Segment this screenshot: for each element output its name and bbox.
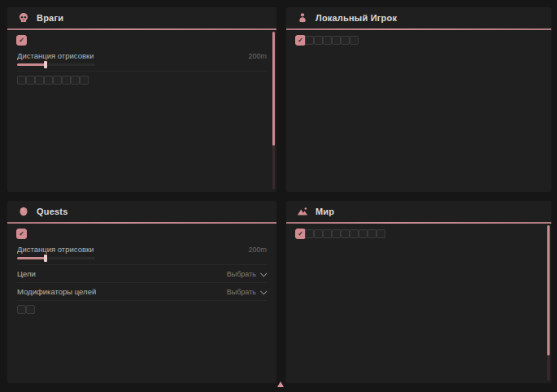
skull-icon [18,12,29,24]
setting-row-checkbox: Включить✓ [296,229,305,238]
setting-row-checkbox: Смена атмосферы солнца [314,229,323,238]
setting-row-checkbox: Показать зоны снайперов [368,229,376,238]
checkbox-unchecked[interactable] [17,305,26,314]
checkbox-unchecked[interactable] [314,36,323,45]
checkbox-unchecked[interactable] [368,229,376,238]
setting-row-checkbox: Включить✓ [296,36,305,45]
setting-row-checkbox: Звук попадания [350,36,359,45]
checkbox-unchecked[interactable] [350,229,359,238]
draw-distance-slider[interactable] [17,63,95,66]
panel-body: Включить✓ЧамсПоказывать маркер попадания… [286,30,551,46]
slider-thumb[interactable] [44,255,47,262]
checkbox-unchecked[interactable] [26,305,35,314]
panel-title: Враги [37,13,63,23]
checkbox-unchecked[interactable] [71,76,80,85]
setting-row-checkbox: Чамс [305,36,314,45]
dropdown-value: Выбрать [227,270,256,278]
checkbox-unchecked[interactable] [62,76,71,85]
draw-distance-slider[interactable] [17,257,95,259]
setting-row-checkbox: Чамс [35,76,44,85]
panel-quests: Quests Включить✓Дистанция отрисовки200mЦ… [7,200,277,384]
checkbox-unchecked[interactable] [332,36,341,45]
panel-enemies: Враги Включить✓Дистанция отрисовки200mСт… [7,7,277,193]
setting-row-checkbox: Показать зоны заданий [17,305,26,314]
dropdown-select[interactable]: Выбрать [227,288,267,296]
setting-row-checkbox: Контроллер погоды [332,229,341,238]
panel-body: Включить✓Дистанция отрисовки200mСтрелки … [7,30,276,86]
checkbox-unchecked[interactable] [350,36,359,45]
setting-row-checkbox: Линия обзора [71,76,80,85]
setting-row-checkbox: Показывать следы пуль [323,36,332,45]
checkbox-unchecked[interactable] [323,229,332,238]
setting-label: Модификаторы целей [17,287,96,296]
setting-row-checkbox: Стрелки за пределами поля зрения [17,76,26,85]
scrollbar-thumb[interactable] [547,225,550,355]
setting-row-checkbox: Источник света [305,229,314,238]
player-icon [297,12,308,24]
setting-label: Дистанция отрисовки [17,245,94,254]
setting-row-dropdown: ЦелиВыбрать [17,265,267,283]
setting-label: Дистанция отрисовки [17,51,94,60]
setting-row-slider: Дистанция отрисовки200m [17,46,267,72]
setting-row-checkbox: Скелет [62,76,71,85]
slider-thumb[interactable] [44,61,47,68]
checkbox-unchecked[interactable] [26,76,35,85]
checkbox-unchecked[interactable] [44,76,53,85]
checkbox-unchecked[interactable] [376,229,385,238]
cursor-pointer-icon [277,381,284,387]
setting-row-checkbox: Включить✓ [17,36,26,45]
quest-icon [18,206,29,217]
checkbox-unchecked[interactable] [341,229,350,238]
panel-title: Мир [315,207,334,216]
panel-header: Локальный Игрок [286,7,551,28]
setting-row-checkbox: Изменение вспышки [323,229,332,238]
setting-row-checkbox: Показывать маркер попадания [314,36,323,45]
panel-world: Мир Включить✓Источник светаСмена атмосфе… [285,200,552,384]
slider-fill [17,257,46,259]
slider-fill [17,63,46,66]
checkbox-unchecked[interactable] [323,36,332,45]
checkbox-unchecked[interactable] [341,36,350,45]
checkbox-unchecked[interactable] [305,229,314,238]
vertical-scrollbar[interactable] [272,32,275,189]
chevron-down-icon [260,270,267,277]
setting-row-checkbox: Включить✓ [17,229,26,238]
checkbox-unchecked[interactable] [80,76,89,85]
panel-title: Локальный Игрок [315,13,397,23]
checkbox-checked[interactable]: ✓ [16,229,27,239]
setting-row-slider: Дистанция отрисовки200m [17,240,267,265]
checkbox-unchecked[interactable] [17,76,26,85]
setting-row-checkbox: Показывать стационарное оружие [350,229,359,238]
checkbox-checked[interactable]: ✓ [16,35,27,46]
setting-row-checkbox: Показывать мины [359,229,368,238]
checkbox-unchecked[interactable] [53,76,62,85]
panel-local-player: Локальный Игрок Включить✓ЧамсПоказывать … [285,7,552,193]
checkbox-unchecked[interactable] [332,229,341,238]
panel-header: Quests [7,201,276,222]
dropdown-value: Выбрать [227,288,256,296]
checkbox-unchecked[interactable] [35,76,44,85]
dropdown-select[interactable]: Выбрать [227,270,267,278]
setting-row-checkbox: Полоска боезапаса [53,76,62,85]
vertical-scrollbar[interactable] [547,225,550,381]
setting-row-checkbox: Показывать информацию об оружии [332,36,341,45]
setting-row-checkbox: Показать точки выхода [376,229,385,238]
slider-value: 200m [248,52,267,60]
world-icon [297,206,308,217]
panel-header: Мир [286,201,551,222]
panel-header: Враги [7,7,276,28]
panel-body: Включить✓Источник светаСмена атмосферы с… [286,224,551,240]
panel-title: Quests [37,207,68,216]
setting-label: Цели [17,269,36,278]
checkbox-unchecked[interactable] [359,229,368,238]
mod-menu-screen: Враги Включить✓Дистанция отрисовки200mСт… [0,0,557,392]
panel-body: Включить✓Дистанция отрисовки200mЦелиВыбр… [7,224,276,316]
checkbox-unchecked[interactable] [305,36,314,45]
setting-row-checkbox: Проверка видимости [26,76,35,85]
setting-row-checkbox: Показывать предметы заданий [26,305,35,314]
chevron-down-icon [260,288,267,294]
slider-row-header: Дистанция отрисовки200m [17,51,267,60]
setting-row-dropdown: Модификаторы целейВыбрать [17,283,267,301]
scrollbar-thumb[interactable] [272,32,275,146]
checkbox-unchecked[interactable] [314,229,323,238]
